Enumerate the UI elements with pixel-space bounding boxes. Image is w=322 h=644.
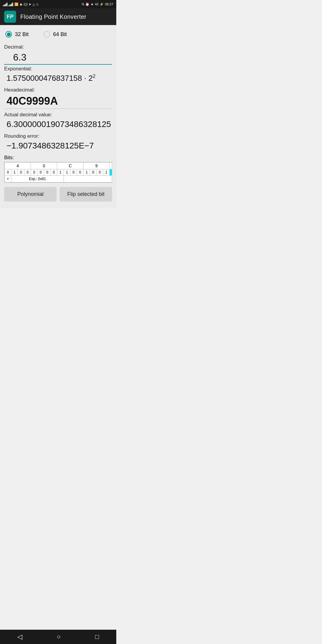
bit-cell[interactable]: 0 — [24, 169, 31, 176]
mantissa-cell: Mantissa: 0x49999A — [64, 176, 112, 182]
decimal-input-wrap — [4, 51, 112, 65]
bit-cell[interactable]: 0 — [77, 169, 83, 176]
app-bar: FP Floating Point Konverter — [0, 8, 116, 25]
sign-cell: + — [5, 176, 11, 182]
status-right: N ⏰ ★ 42 ⚡ 06:27 — [82, 2, 113, 6]
hexadecimal-label: Hexadecimal: — [4, 87, 112, 93]
bit-cell[interactable]: 0 — [97, 169, 103, 176]
bit-mode-selector: 32 Bit 64 Bit — [4, 29, 112, 41]
hex-digit: 9 — [110, 162, 112, 169]
battery-icon: ⚡ — [100, 2, 104, 6]
bit-values-row: 01000000110010011001100110011010 — [5, 169, 112, 176]
radio-32bit-inner — [7, 32, 11, 36]
bit-cell[interactable]: 0 — [51, 169, 57, 176]
wifi-icon: 📶 — [14, 2, 18, 6]
data-icon: ◇ — [36, 2, 38, 6]
exponential-value: 1.5750000476837158 · 22 — [4, 72, 112, 84]
bits-label: Bits: — [4, 155, 112, 161]
rounding-error-value: −1.9073486328125E−7 — [4, 140, 112, 152]
exponential-section: Exponential: 1.5750000476837158 · 22 — [4, 66, 112, 84]
app-icon: FP — [4, 11, 16, 23]
time-display: 06:27 — [105, 2, 113, 6]
main-content: 32 Bit 64 Bit Decimal: Exponential: 1.57… — [0, 25, 116, 208]
bit-cell[interactable]: 1 — [110, 169, 112, 176]
radio-64bit-circle — [44, 31, 50, 38]
actual-decimal-section: Actual decimal value: 6.3000000190734863… — [4, 112, 112, 130]
rounding-error-section: Rounding error: −1.9073486328125E−7 — [4, 133, 112, 152]
hex-digits-row: 40C9999A — [5, 162, 112, 169]
bits-table-wrap: 40C9999A 0100000011001001100110011001101… — [4, 162, 112, 183]
hex-digit: 4 — [5, 162, 31, 169]
radio-icon: (()) — [24, 3, 27, 6]
bit-cell[interactable]: 0 — [44, 169, 51, 176]
bit-cell[interactable]: 1 — [64, 169, 70, 176]
nfc-status-icon: N — [82, 2, 84, 6]
bits-section: Bits: 40C9999A 0100000011001001100110011… — [4, 155, 112, 183]
bit-cell[interactable]: 1 — [57, 169, 64, 176]
bluetooth-icon: ★ — [91, 2, 94, 6]
bit-cell[interactable]: 0 — [90, 169, 97, 176]
radio-32bit-circle — [5, 31, 12, 38]
radio-64bit[interactable]: 64 Bit — [44, 31, 67, 38]
bit-cell[interactable]: 1 — [83, 169, 90, 176]
exp-cell: Exp.: 0x81 — [11, 176, 64, 182]
app-title: Floating Point Konverter — [20, 13, 86, 20]
hex-underline: 40C9999A — [4, 94, 112, 109]
hexadecimal-section: Hexadecimal: 40C9999A — [4, 87, 112, 109]
hexadecimal-value: 40C9999A — [4, 94, 112, 109]
status-left: 📶 ◉ (()) ➤ △ ◇ — [3, 2, 38, 6]
action-buttons: Polynomial Flip selected bit — [4, 187, 112, 205]
cast-icon: △ — [32, 2, 35, 6]
decimal-section: Decimal: — [4, 44, 112, 65]
bits-table: 40C9999A 0100000011001001100110011001101… — [4, 162, 112, 182]
bit-cell[interactable]: 1 — [103, 169, 110, 176]
radio-64bit-label: 64 Bit — [53, 31, 67, 38]
hex-digit: C — [57, 162, 83, 169]
bit-cell[interactable]: 0 — [18, 169, 24, 176]
location-icon: ➤ — [29, 2, 31, 6]
hex-digit: 0 — [31, 162, 57, 169]
nfc-icon: ◉ — [20, 3, 22, 6]
rounding-error-label: Rounding error: — [4, 133, 112, 139]
decimal-label: Decimal: — [4, 44, 112, 50]
exponential-label: Exponential: — [4, 66, 112, 72]
actual-decimal-label: Actual decimal value: — [4, 112, 112, 118]
flip-bit-button[interactable]: Flip selected bit — [60, 187, 112, 202]
bit-cell[interactable]: 1 — [11, 169, 18, 176]
bit-cell[interactable]: 0 — [5, 169, 11, 176]
status-bar: 📶 ◉ (()) ➤ △ ◇ N ⏰ ★ 42 ⚡ 06:27 — [0, 0, 116, 8]
actual-decimal-value: 6.300000019073486328125 — [4, 118, 112, 130]
polynomial-button[interactable]: Polynomial — [4, 187, 57, 202]
radio-32bit[interactable]: 32 Bit — [5, 31, 29, 38]
bit-cell[interactable]: 0 — [70, 169, 77, 176]
bit-cell[interactable]: 0 — [31, 169, 38, 176]
bit-cell[interactable]: 0 — [38, 169, 44, 176]
bits-info-row: + Exp.: 0x81 Mantissa: 0x49999A — [5, 176, 112, 182]
alarm-icon: ⏰ — [85, 2, 89, 6]
radio-32bit-label: 32 Bit — [15, 31, 29, 38]
signal-icon-1 — [3, 2, 7, 6]
hex-digit: 9 — [83, 162, 110, 169]
decimal-input[interactable] — [4, 51, 112, 65]
battery-level: 42 — [95, 2, 98, 6]
signal-icon-2 — [9, 2, 13, 6]
